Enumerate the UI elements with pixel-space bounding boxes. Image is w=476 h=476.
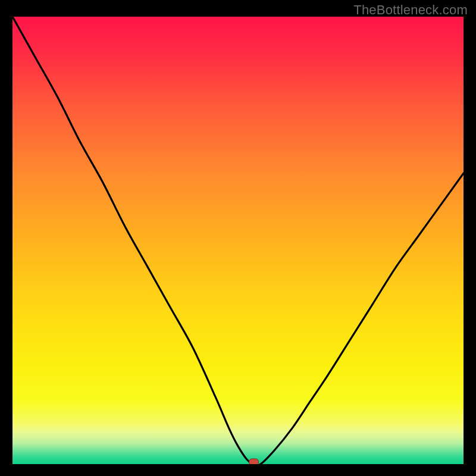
- bottleneck-chart: [12, 17, 464, 464]
- gradient-background: [12, 17, 464, 464]
- plot-area: [12, 17, 464, 464]
- watermark-text: TheBottleneck.com: [353, 2, 468, 18]
- chart-frame: TheBottleneck.com: [0, 0, 476, 476]
- optimum-marker: [249, 459, 259, 464]
